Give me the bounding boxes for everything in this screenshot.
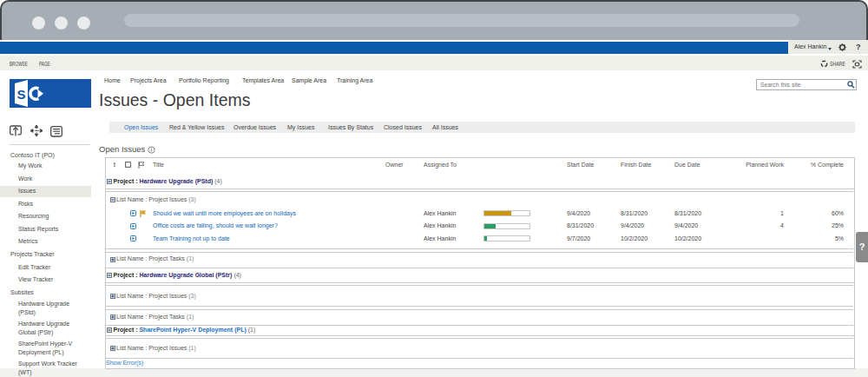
- svg-text:S: S: [17, 87, 26, 102]
